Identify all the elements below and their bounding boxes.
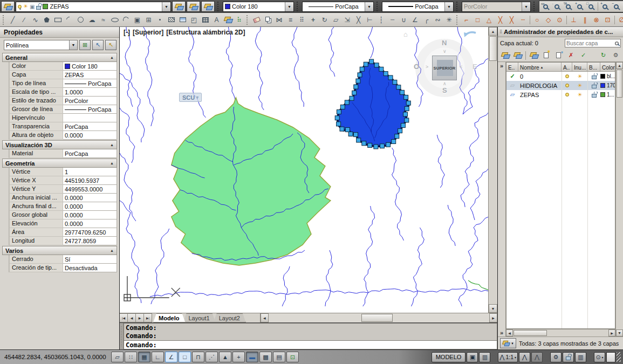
column-header-e[interactable]: E.. — [506, 63, 518, 71]
viewcube-top-face[interactable]: SUPERIOR — [432, 56, 457, 80]
join-button[interactable]: ∪ — [398, 14, 409, 25]
isolate-objects-button[interactable]: ⊙▾ — [594, 352, 605, 362]
viewport-menu-control[interactable]: [-] — [124, 29, 130, 36]
rectangle-button[interactable] — [52, 14, 64, 25]
river-polyline[interactable] — [328, 27, 335, 77]
snap-endpoint-button[interactable]: □ — [472, 14, 483, 25]
command-window-grip[interactable] — [120, 323, 124, 349]
river-polyline[interactable] — [470, 168, 489, 220]
ucs-scu-button[interactable]: SCU ▿ — [179, 93, 202, 102]
chevron-down-icon[interactable]: ∨ — [443, 49, 447, 54]
layer-states-button[interactable] — [172, 1, 186, 12]
workspace-gear-button[interactable]: ⚙ — [550, 352, 562, 362]
selection-grip[interactable] — [392, 140, 396, 144]
snap-parallel-button[interactable]: ∥ — [579, 14, 591, 25]
tab-modelo[interactable]: Modelo — [153, 313, 186, 322]
river-polyline[interactable] — [120, 108, 135, 163]
selection-grip[interactable] — [401, 123, 405, 128]
line-button[interactable]: ╱ — [7, 14, 18, 25]
river-polyline[interactable] — [125, 27, 133, 107]
move-button[interactable]: + — [307, 14, 319, 25]
section-header-geometr-a[interactable]: Geometría▲ — [2, 159, 117, 168]
chevron-down-icon[interactable]: ▼ — [365, 2, 373, 11]
property-value[interactable]: Desactivada — [63, 264, 117, 272]
collapse-arrow-icon[interactable]: ▲ — [110, 249, 114, 252]
chevron-down-icon[interactable]: ▼ — [444, 2, 453, 11]
river-polyline[interactable] — [150, 289, 489, 297]
property-value[interactable]: 0.0000 — [63, 202, 117, 211]
object-snap-tracking-toggle[interactable]: ⋰ — [206, 352, 218, 362]
mirror-button[interactable]: ⋈ — [273, 14, 285, 25]
property-value[interactable]: Color 180 — [63, 62, 117, 71]
zoom-scale-button[interactable]: % — [563, 1, 574, 12]
selection-grip[interactable] — [405, 118, 409, 122]
v-scroll-thumb[interactable] — [617, 70, 622, 98]
toolbar-grip[interactable] — [533, 2, 536, 11]
layout-space-button[interactable]: ▥ — [479, 352, 490, 362]
chevron-down-icon[interactable]: ▼ — [69, 40, 77, 50]
point-cloud-button[interactable]: ⠷ — [234, 14, 245, 25]
layer-isolate-button[interactable] — [201, 1, 215, 12]
annotation-visibility-button[interactable]: ⋀ — [519, 352, 530, 362]
river-polyline[interactable] — [437, 135, 444, 188]
selection-grip[interactable] — [364, 62, 368, 66]
layer-row-0[interactable]: ✓0☀bl... — [506, 72, 615, 81]
set-current-layer-button[interactable]: ✓ — [578, 50, 589, 61]
snap-mode-toggle[interactable]: ∷ — [125, 352, 137, 362]
chamfer-button[interactable]: ∠ — [409, 14, 421, 25]
property-value[interactable]: PorCapa — [63, 122, 117, 131]
layer-freeze-cell[interactable]: ☀ — [572, 74, 587, 79]
layer-on-cell[interactable] — [562, 84, 572, 87]
model-canvas[interactable]: [-] [Superior] [Estructura alámbrica 2D]… — [120, 27, 497, 313]
toolbar-grip[interactable] — [217, 2, 220, 11]
make-block-button[interactable]: ⊞ — [143, 14, 154, 25]
selection-grip[interactable] — [360, 67, 364, 71]
river-polyline[interactable] — [189, 27, 206, 118]
toggle-pickadd-button[interactable]: ⊞ — [79, 40, 91, 50]
collapse-chevron-icon[interactable]: » — [500, 63, 503, 69]
h-scroll-thumb[interactable] — [514, 330, 547, 336]
property-value[interactable]: 29774709.6250 — [63, 228, 117, 237]
viewport-view-control[interactable]: [Superior] — [133, 29, 163, 36]
layer-name[interactable]: 0 — [518, 73, 562, 80]
property-value[interactable]: PorCapa — [63, 149, 117, 158]
trim-button[interactable]: ╳ — [353, 14, 364, 25]
prev-tab-button[interactable]: ◀ — [128, 313, 136, 322]
scroll-up-arrow[interactable]: ▲ — [616, 62, 623, 69]
section-header-general[interactable]: General▲ — [2, 53, 117, 62]
snap-midpoint-button[interactable]: △ — [483, 14, 495, 25]
toolbar-grip[interactable] — [456, 15, 459, 25]
extend-button[interactable]: ⊢ — [364, 14, 375, 25]
scale-button[interactable]: ▱ — [330, 14, 341, 25]
zepas-polygon[interactable] — [172, 98, 331, 265]
selection-grip[interactable] — [403, 112, 408, 116]
collapse-chevron-icon[interactable]: » — [500, 329, 503, 336]
property-value[interactable]: PorColor — [63, 97, 117, 105]
river-polyline[interactable] — [461, 112, 489, 207]
horizontal-scroll-thumb[interactable] — [361, 314, 393, 322]
snap-from-button[interactable]: ⌐ — [461, 14, 472, 25]
table-button[interactable] — [200, 14, 211, 25]
layer-table-v-scrollbar[interactable]: ▲ ▼ — [615, 62, 623, 336]
snap-tangent-button[interactable]: ⊙ — [554, 14, 565, 25]
toolbar-grip[interactable] — [456, 2, 459, 11]
compass-east[interactable]: E — [473, 63, 477, 71]
selection-grip[interactable] — [374, 63, 379, 67]
snap-insertion-button[interactable]: ⊡ — [602, 14, 613, 25]
model-space-button[interactable]: ▣ — [467, 352, 478, 362]
polar-tracking-toggle[interactable]: ∠ — [165, 352, 177, 362]
layer-table-h-scrollbar[interactable]: ◀ ▶ — [506, 329, 615, 336]
zoom-in-button[interactable]: + — [599, 1, 611, 12]
horizontal-scrollbar[interactable]: ◀ ▶ — [260, 313, 497, 322]
collapse-arrow-icon[interactable]: ▲ — [110, 143, 114, 147]
river-polyline[interactable] — [282, 266, 290, 306]
snap-perpendicular-button[interactable]: ⊥ — [568, 14, 579, 25]
river-polyline[interactable] — [151, 229, 169, 304]
copy-button[interactable] — [262, 14, 273, 25]
chevron-down-icon[interactable]: ▼ — [162, 2, 170, 11]
snap-intersection-button[interactable]: ╳ — [495, 14, 506, 25]
selection-grip[interactable] — [350, 96, 354, 100]
scroll-left-arrow[interactable]: ◀ — [261, 313, 269, 322]
property-value[interactable]: 0.0000 — [63, 219, 117, 228]
selection-grip[interactable] — [354, 85, 358, 89]
